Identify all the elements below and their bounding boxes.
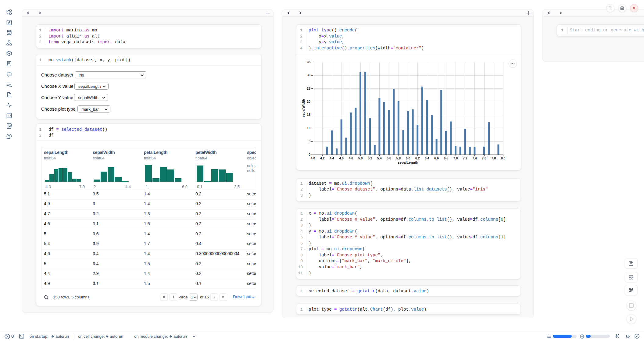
svg-text:5: 5 [309, 139, 310, 143]
svg-text:4.4: 4.4 [330, 156, 334, 160]
svg-text:6.4: 6.4 [425, 156, 429, 160]
svg-text:0: 0 [309, 153, 310, 156]
svg-text:7.6: 7.6 [482, 156, 486, 160]
svg-text:7.8: 7.8 [491, 156, 496, 160]
svg-text:6.2: 6.2 [415, 156, 420, 160]
svg-text:sepalWidth: sepalWidth [302, 99, 305, 117]
svg-text:5.2: 5.2 [368, 156, 372, 160]
svg-text:7.0: 7.0 [453, 156, 458, 160]
svg-text:4.2: 4.2 [320, 156, 325, 160]
svg-text:4.6: 4.6 [339, 156, 344, 160]
svg-text:5.0: 5.0 [358, 156, 363, 160]
svg-text:4.8: 4.8 [349, 156, 353, 160]
svg-text:5.8: 5.8 [396, 156, 401, 160]
svg-text:7.4: 7.4 [472, 156, 477, 160]
svg-text:15: 15 [307, 113, 310, 116]
svg-text:6.0: 6.0 [406, 156, 410, 160]
svg-text:5.6: 5.6 [387, 156, 391, 160]
svg-text:sepalLength: sepalLength [398, 161, 418, 164]
svg-text:10: 10 [307, 126, 310, 130]
svg-text:35: 35 [307, 60, 310, 64]
svg-text:30: 30 [307, 73, 310, 77]
svg-text:25: 25 [307, 87, 310, 90]
svg-text:6.6: 6.6 [434, 156, 439, 160]
svg-text:6.8: 6.8 [444, 156, 448, 160]
svg-text:20: 20 [307, 100, 310, 103]
svg-text:8.0: 8.0 [501, 156, 506, 160]
svg-text:5.4: 5.4 [377, 156, 382, 160]
svg-text:7.2: 7.2 [463, 156, 467, 160]
svg-text:4.0: 4.0 [311, 156, 315, 160]
